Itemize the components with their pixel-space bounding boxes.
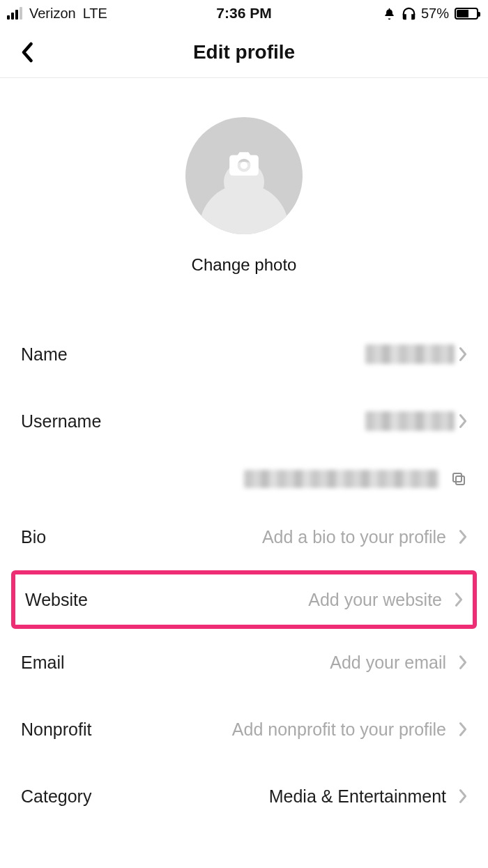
svg-rect-1 [453, 473, 462, 482]
copy-icon [450, 471, 467, 487]
battery-pct: 57% [421, 6, 449, 22]
settings-list: Name Username Bio Add a bio to your prof… [0, 293, 488, 830]
profile-url-blurred [244, 470, 439, 488]
row-value: Media & Entertainment [269, 786, 446, 807]
row-bio[interactable]: Bio Add a bio to your profile [0, 503, 488, 570]
signal-icon [7, 7, 22, 20]
row-label: Username [21, 411, 101, 432]
carrier-label: Verizon [29, 6, 76, 22]
avatar-body [199, 184, 289, 234]
highlighted-row: Website Add your website [11, 570, 477, 629]
row-value: Add your email [330, 653, 446, 673]
chevron-right-icon [455, 592, 463, 607]
chevron-right-icon [459, 347, 467, 362]
chevron-left-icon [21, 42, 35, 63]
alarm-icon [382, 6, 397, 21]
row-label: Email [21, 653, 65, 673]
status-right: 57% [382, 6, 478, 22]
camera-icon [227, 149, 261, 181]
chevron-right-icon [459, 655, 467, 670]
svg-rect-0 [456, 476, 464, 485]
status-left: Verizon LTE [7, 6, 107, 22]
chevron-right-icon [459, 789, 467, 804]
row-label: Website [25, 590, 88, 610]
row-profile-url [0, 455, 488, 503]
row-value: Add nonprofit to your profile [232, 719, 446, 740]
chevron-right-icon [459, 529, 467, 545]
row-label: Name [21, 344, 68, 365]
row-category[interactable]: Category Media & Entertainment [0, 763, 488, 830]
row-website[interactable]: Website Add your website [15, 574, 473, 625]
status-bar: Verizon LTE 7:36 PM 57% [0, 0, 488, 26]
chevron-right-icon [459, 722, 467, 737]
row-label: Category [21, 786, 91, 807]
back-button[interactable] [15, 40, 40, 65]
copy-button[interactable] [450, 471, 467, 487]
row-name[interactable]: Name [0, 321, 488, 388]
change-photo-button[interactable]: Change photo [192, 255, 297, 275]
battery-icon [455, 8, 478, 20]
nav-header: Edit profile [0, 26, 488, 78]
page-title: Edit profile [193, 41, 295, 63]
clock: 7:36 PM [216, 5, 271, 22]
row-label: Bio [21, 527, 46, 547]
headphones-icon [401, 6, 417, 22]
name-value-blurred [365, 344, 455, 364]
network-label: LTE [83, 6, 107, 22]
row-username[interactable]: Username [0, 388, 488, 455]
row-value: Add your website [308, 590, 442, 610]
row-label: Nonprofit [21, 719, 91, 740]
username-value-blurred [365, 411, 455, 431]
chevron-right-icon [459, 413, 467, 429]
photo-section: Change photo [0, 78, 488, 293]
row-value: Add a bio to your profile [262, 527, 446, 547]
row-nonprofit[interactable]: Nonprofit Add nonprofit to your profile [0, 696, 488, 763]
row-email[interactable]: Email Add your email [0, 629, 488, 696]
avatar[interactable] [185, 117, 303, 234]
